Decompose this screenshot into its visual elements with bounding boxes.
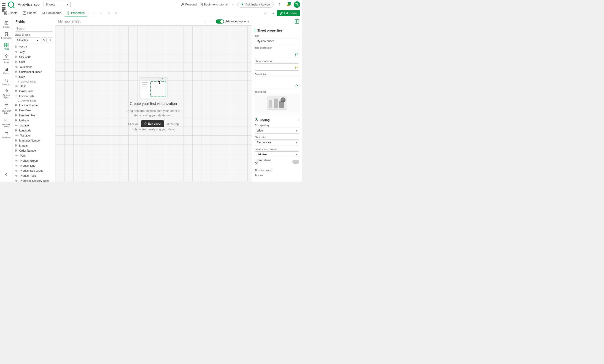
title-expression-fx-button[interactable]: ƒx	[293, 50, 299, 57]
list-item[interactable]: AbcLocation	[13, 123, 54, 128]
prev-arrow[interactable]: ‹	[202, 19, 208, 24]
sidebar-item-variables[interactable]: Variables	[0, 130, 13, 141]
svg-rect-9	[4, 13, 5, 14]
tab-bookmarks[interactable]: Bookmarks	[40, 10, 63, 16]
tab-assets[interactable]: Assets	[2, 10, 20, 16]
description-textarea[interactable]	[255, 77, 299, 88]
all-tables-dropdown[interactable]: All tables ▾	[15, 37, 40, 43]
show-condition-fx-button[interactable]: ƒx	[293, 63, 299, 70]
edit-sheet-inline-button[interactable]: Edit sheet	[141, 120, 164, 127]
list-item[interactable]: AbcCity	[13, 49, 54, 54]
app-grid-icon[interactable]	[2, 2, 6, 7]
list-item[interactable]: AbcPromised Delivery Date	[13, 178, 54, 182]
list-item[interactable]: Item Number	[13, 113, 54, 118]
add-field-button[interactable]: +	[48, 37, 53, 43]
list-item[interactable]: Item Desc	[13, 108, 54, 113]
field-name: Product Line	[20, 164, 35, 167]
tab-properties[interactable]: Properties	[64, 10, 87, 16]
show-condition-input[interactable]	[255, 64, 293, 70]
svg-rect-19	[7, 43, 8, 45]
derived-fields-item[interactable]: ▸Derived fields	[13, 80, 54, 84]
list-item[interactable]: Cost	[13, 60, 54, 64]
sidebar-item-bookmarks[interactable]: Bookmarks	[0, 30, 13, 41]
sidebar-item-fields[interactable]: Fields	[0, 41, 13, 52]
analyses-icon	[4, 78, 9, 82]
edit-sheet-button[interactable]: Edit sheet	[277, 10, 300, 16]
title-expression-label: Title expression	[255, 46, 299, 49]
user-avatar[interactable]: TL	[294, 1, 300, 8]
styling-expand-button[interactable]: ›	[298, 118, 299, 121]
title-input[interactable]	[255, 38, 299, 44]
extend-sheet-toggle[interactable]	[292, 160, 299, 164]
derived-fields-item[interactable]: ▸Derived fields	[13, 99, 54, 103]
table-controls: All tables ▾ ⟳ +	[13, 37, 55, 44]
list-item[interactable]: Invoice Number	[13, 103, 54, 108]
list-item[interactable]: Longitude	[13, 128, 54, 133]
help-icon[interactable]: ?	[276, 1, 283, 8]
delete-button[interactable]: 🗑	[113, 10, 119, 16]
list-item[interactable]: City Code	[13, 54, 54, 60]
sidebar-item-sheets[interactable]: Sheets	[0, 19, 13, 30]
list-item[interactable]: AbcProduct Group	[13, 158, 54, 163]
list-item[interactable]: Latitude	[13, 118, 54, 123]
description-fx-button[interactable]: ƒx	[295, 84, 298, 87]
grid-spacing-label: Grid spacing	[255, 124, 299, 127]
collapse-sidebar-button[interactable]	[3, 170, 9, 178]
sidebar-item-analyses[interactable]: Analyses	[0, 76, 13, 87]
cut-button[interactable]: ✂	[91, 10, 97, 16]
list-item[interactable]: AbcManager	[13, 133, 54, 138]
qlik-logo[interactable]	[8, 1, 16, 8]
title-expression-input[interactable]	[255, 51, 293, 57]
list-item[interactable]: Manager Number	[13, 138, 54, 143]
list-item[interactable]: Order Number	[13, 148, 54, 153]
toggle-switch[interactable]	[216, 19, 224, 24]
next-arrow[interactable]: ›	[208, 19, 214, 24]
sidebar-item-charts[interactable]: Charts	[0, 65, 13, 76]
sidebar-item-dynamic-views[interactable]: Dynamic views	[0, 117, 13, 130]
sheet-dropdown[interactable]: Sheets ▾	[43, 2, 71, 7]
left-sidebar: Sheets Bookmarks Fields Master items Cha…	[0, 17, 13, 182]
insight-advisor-button[interactable]: Ask Insight Advisor	[238, 2, 274, 8]
tutorial-button[interactable]: Beginner's tutorial	[200, 3, 228, 6]
all-tables-value: All tables	[17, 39, 28, 42]
small-screen-select[interactable]: List view Grid view	[255, 151, 299, 157]
list-item[interactable]: Invoice Date	[13, 94, 54, 99]
tab-sheets[interactable]: Sheets	[21, 10, 39, 16]
field-type-icon	[15, 139, 18, 142]
sidebar-item-app-nav[interactable]: App navigation links	[0, 101, 13, 116]
notification-icon[interactable]: 🔔 3	[285, 1, 291, 8]
list-item[interactable]: %KEY	[13, 44, 54, 49]
list-item[interactable]: AbcProduct Line	[13, 163, 54, 168]
personal-button[interactable]: Personal	[181, 3, 197, 6]
list-item[interactable]: AbcDesc	[13, 84, 54, 89]
field-type-icon	[15, 70, 18, 74]
sidebar-item-master-items[interactable]: Master items	[0, 52, 13, 65]
thumbnail-box[interactable]	[255, 94, 299, 112]
empty-sub-edit: Click on Edit sheet at the top right to …	[128, 120, 179, 132]
field-type-icon	[15, 144, 18, 147]
list-item[interactable]: Margin	[13, 143, 54, 148]
paste-button[interactable]: ↩	[98, 10, 105, 16]
list-item[interactable]: AbcPath	[13, 153, 54, 158]
fields-search-input[interactable]	[15, 26, 53, 32]
list-item[interactable]: Customer Number	[13, 70, 54, 74]
advanced-options-toggle[interactable]: Advanced options	[216, 19, 249, 24]
fields-panel: Fields Show by table All tables ▾ ⟳ + %K…	[13, 17, 55, 182]
list-item[interactable]: AbcProduct Type	[13, 173, 54, 178]
svg-point-107	[162, 78, 163, 79]
sidebar-item-custom-objects[interactable]: Custom objects	[0, 87, 13, 101]
list-item[interactable]: AbcCustomer	[13, 64, 54, 70]
field-name: Location	[20, 124, 30, 127]
copy-button[interactable]: ⧉	[105, 10, 112, 16]
list-item[interactable]: GrossSales	[13, 89, 54, 94]
undo-button[interactable]: ↩	[262, 10, 269, 16]
list-item[interactable]: AbcProduct Sub Group	[13, 168, 54, 173]
refresh-button[interactable]: ⟳	[41, 37, 47, 43]
description-wrapper: ƒx	[255, 77, 299, 88]
grid-spacing-select[interactable]: Narrow Medium Wide	[255, 128, 299, 133]
sheet-size-select[interactable]: Responsive Custom	[255, 139, 299, 146]
more-options-icon[interactable]: ···	[230, 2, 235, 7]
redo-button[interactable]: ↪	[269, 10, 276, 16]
personal-label: Personal	[185, 3, 197, 6]
list-item[interactable]: Date	[13, 74, 54, 80]
